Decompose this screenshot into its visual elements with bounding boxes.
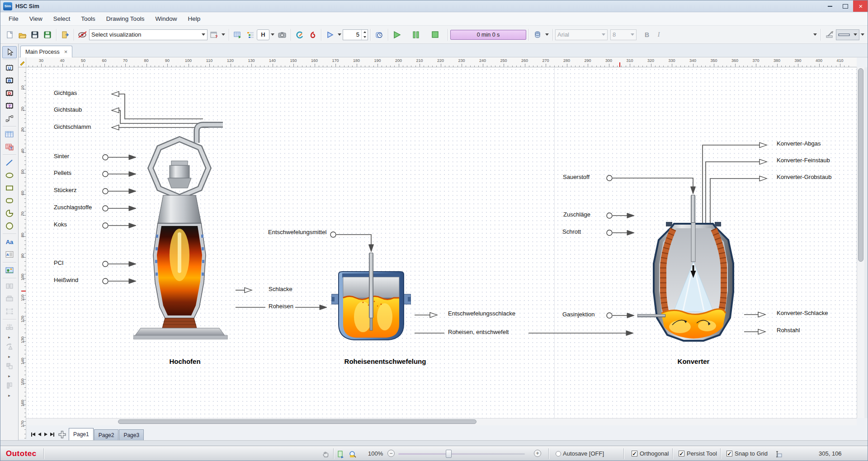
tab-close-icon[interactable]: × — [64, 48, 68, 55]
stream-connector[interactable] — [703, 143, 767, 227]
h-dropdown[interactable] — [269, 29, 276, 41]
shape-toolbar-overflow[interactable] — [859, 29, 866, 41]
vertical-scrollbar[interactable] — [857, 67, 864, 418]
stream-connector[interactable] — [607, 313, 634, 318]
unit-tool[interactable]: U — [2, 62, 17, 74]
stream-connector-tool[interactable] — [2, 113, 17, 125]
horizontal-scrollbar-thumb[interactable] — [118, 419, 476, 424]
stream-label[interactable]: Gichtschlamm — [54, 123, 91, 130]
page-tab-page1[interactable]: Page1 — [69, 428, 94, 440]
konverter-graphic[interactable] — [646, 222, 741, 344]
distribution-unit-tool[interactable]: D — [2, 87, 17, 99]
stream-connector[interactable] — [103, 155, 136, 160]
database-dropdown[interactable] — [544, 29, 550, 41]
rounded-rectangle-tool[interactable] — [2, 195, 17, 207]
blue-edit-icon[interactable] — [293, 28, 306, 41]
menu-view[interactable]: View — [24, 14, 48, 24]
stream-connector[interactable] — [607, 213, 634, 218]
database-icon[interactable] — [531, 28, 544, 41]
stream-connector[interactable] — [103, 223, 136, 228]
checkbox-icon[interactable]: ✓ — [726, 451, 732, 456]
bold-button[interactable]: B — [641, 31, 653, 38]
save-as-button[interactable] — [41, 28, 54, 41]
horizontal-scrollbar[interactable] — [26, 418, 857, 425]
new-document-button[interactable] — [3, 28, 16, 41]
line-style-edit-icon[interactable] — [823, 28, 836, 41]
menu-help[interactable]: Help — [182, 14, 206, 24]
insert-table-icon[interactable] — [231, 28, 244, 41]
checkbox-icon[interactable]: ✓ — [679, 451, 684, 456]
stream-label[interactable]: PCI — [54, 259, 64, 266]
tab-main-process[interactable]: Main Process × — [20, 46, 72, 57]
zoom-slider[interactable] — [398, 453, 525, 455]
zoom-100-icon[interactable] — [349, 450, 358, 458]
page-tab-page3[interactable]: Page3 — [119, 429, 144, 440]
stream-connector[interactable] — [103, 278, 136, 284]
menu-file[interactable]: File — [3, 14, 24, 24]
stream-label[interactable]: Schrott — [562, 228, 581, 235]
stream-label[interactable]: Entschwefelungsmittel — [268, 229, 326, 235]
stream-connector[interactable] — [607, 230, 634, 235]
first-page-button[interactable] — [30, 430, 36, 439]
autosave-toggle[interactable]: Autosave [OFF] — [556, 450, 604, 457]
text-table-tool[interactable]: T — [2, 141, 17, 153]
camera-icon[interactable] — [276, 28, 288, 41]
visualization-select[interactable]: Select visualization — [89, 29, 208, 40]
previous-page-button[interactable] — [36, 430, 42, 439]
reaction-unit-tool[interactable]: R — [2, 75, 17, 87]
stream-label[interactable]: Sauerstoff — [563, 174, 590, 180]
report-dropdown[interactable] — [220, 29, 226, 41]
save-button[interactable] — [28, 28, 41, 41]
stream-connector[interactable] — [103, 188, 136, 194]
rectangle-tool[interactable] — [2, 182, 17, 194]
ellipse-tool[interactable] — [2, 169, 17, 182]
next-page-button[interactable] — [42, 430, 49, 439]
spinner-up[interactable] — [362, 30, 368, 35]
unit-caption[interactable]: Roheisenentschwefelung — [344, 358, 426, 365]
autosave-radio[interactable] — [556, 451, 561, 456]
stream-connector[interactable] — [744, 312, 765, 317]
zoom-slider-thumb[interactable] — [446, 450, 452, 458]
text-toolbar-overflow[interactable] — [812, 29, 818, 41]
stream-label[interactable]: Zuschläge — [563, 211, 590, 218]
font-family-select[interactable]: Arial — [555, 29, 608, 40]
last-page-button[interactable] — [49, 430, 55, 439]
stream-label[interactable]: Konverter-Grobstaub — [777, 174, 831, 180]
text-block-tool[interactable]: A — [2, 249, 17, 261]
fit-page-icon[interactable] — [337, 450, 345, 458]
select-tool[interactable] — [2, 46, 17, 58]
stream-label[interactable]: Gichtstaub — [54, 106, 82, 113]
report-icon[interactable]: ? — [208, 28, 220, 41]
zoom-out-button[interactable]: − — [387, 450, 395, 457]
stream-label[interactable]: Konverter-Schlacke — [777, 310, 828, 316]
page-tab-page2[interactable]: Page2 — [94, 429, 119, 440]
stream-label[interactable]: Sinter — [54, 153, 69, 160]
toggle-orthogonal[interactable]: ✓Orthogonal — [632, 450, 669, 457]
menu-select[interactable]: Select — [48, 14, 76, 24]
iteration-spinner[interactable]: 5 — [343, 29, 368, 40]
unit-caption[interactable]: Hochofen — [169, 358, 200, 365]
simulation-clock-icon[interactable] — [373, 28, 386, 41]
checkbox-icon[interactable]: ✓ — [632, 451, 637, 456]
stream-connector[interactable] — [236, 288, 252, 293]
stream-label[interactable]: Gasinjektion — [562, 311, 595, 318]
h-button[interactable]: H — [257, 29, 269, 40]
transfer-unit-tool[interactable]: T — [2, 100, 17, 112]
maximize-button[interactable] — [838, 0, 853, 12]
menu-drawing-tools[interactable]: Drawing Tools — [101, 14, 150, 24]
run-simulation-icon[interactable] — [391, 28, 403, 41]
stream-connector[interactable] — [706, 160, 767, 229]
arrange-flyout[interactable]: ▸ — [2, 372, 17, 379]
font-size-select[interactable]: 8 — [610, 29, 637, 40]
close-button[interactable]: × — [853, 0, 868, 12]
stream-label[interactable]: Gichtgas — [54, 89, 77, 96]
play-options-icon[interactable] — [324, 28, 336, 41]
stream-label[interactable]: Roheisen — [269, 303, 293, 310]
stream-connector[interactable] — [528, 331, 633, 336]
export-button[interactable] — [59, 28, 71, 41]
add-page-button[interactable] — [57, 429, 67, 440]
stream-label[interactable]: Konverter-Feinstaub — [777, 157, 830, 164]
text-tool[interactable]: Aa — [2, 236, 17, 248]
line-tool[interactable] — [2, 157, 17, 169]
pan-tool-icon[interactable] — [321, 450, 330, 458]
